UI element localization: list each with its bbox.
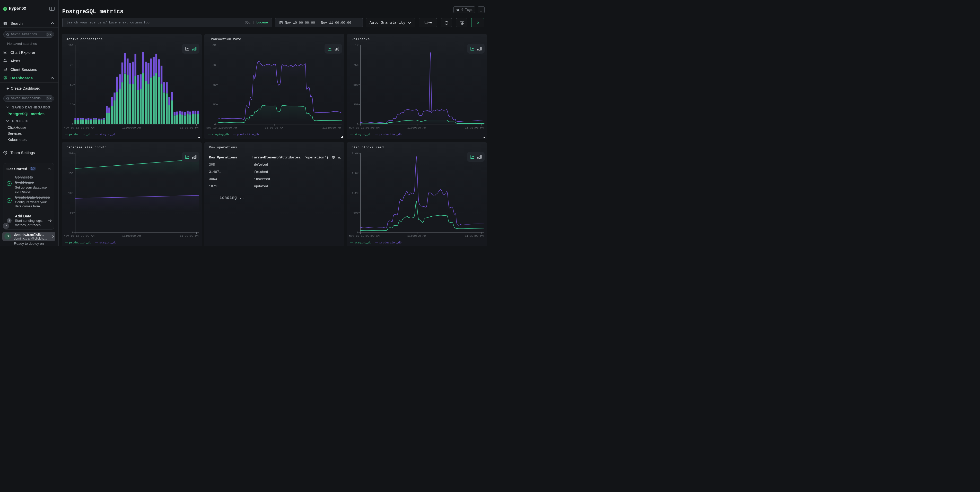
svg-text:11:00:00 AM: 11:00:00 AM: [265, 126, 283, 129]
svg-text:staging_db: staging_db: [355, 241, 371, 244]
svg-text:11:30:00 PM: 11:30:00 PM: [180, 126, 199, 129]
svg-text:11:30:00 PM: 11:30:00 PM: [465, 126, 484, 129]
svg-text:11:30:00 PM: 11:30:00 PM: [322, 126, 341, 129]
svg-text:1K: 1K: [355, 44, 359, 47]
svg-text:staging_db: staging_db: [355, 133, 371, 136]
svg-text:production_db: production_db: [69, 241, 91, 244]
svg-text:staging_db: staging_db: [212, 133, 229, 136]
svg-text:20B: 20B: [68, 152, 73, 155]
svg-text:750: 750: [353, 64, 358, 67]
svg-text:11:30:00 PM: 11:30:00 PM: [465, 235, 484, 238]
svg-text:0: 0: [72, 123, 73, 126]
svg-text:250: 250: [353, 103, 358, 106]
svg-text:staging_db: staging_db: [99, 241, 116, 244]
svg-text:1.8K: 1.8K: [352, 172, 359, 175]
svg-text:11:00:00 AM: 11:00:00 AM: [407, 235, 426, 238]
svg-text:production_db: production_db: [379, 241, 401, 244]
svg-text:100: 100: [68, 44, 73, 47]
svg-text:production_db: production_db: [237, 133, 259, 136]
svg-text:2.4K: 2.4K: [352, 152, 359, 155]
svg-text:production_db: production_db: [379, 133, 401, 136]
svg-text:25: 25: [70, 103, 73, 106]
svg-text:Nov 10 12:00:00 AM: Nov 10 12:00:00 AM: [64, 235, 94, 238]
svg-text:11:00:00 AM: 11:00:00 AM: [122, 126, 141, 129]
svg-text:0: 0: [357, 123, 358, 126]
svg-text:50: 50: [70, 83, 73, 86]
svg-text:6K: 6K: [213, 64, 216, 67]
svg-text:10B: 10B: [68, 192, 73, 195]
svg-text:1.2K: 1.2K: [352, 192, 359, 195]
svg-text:8K: 8K: [213, 44, 216, 47]
svg-text:Nov 10 12:00:00 AM: Nov 10 12:00:00 AM: [349, 235, 380, 238]
svg-text:500: 500: [353, 83, 358, 86]
svg-text:0: 0: [214, 123, 216, 126]
svg-text:2K: 2K: [213, 103, 216, 106]
svg-text:staging_db: staging_db: [99, 133, 116, 136]
svg-text:Nov 10 12:00:00 AM: Nov 10 12:00:00 AM: [349, 126, 380, 129]
svg-text:11:30:00 PM: 11:30:00 PM: [180, 235, 199, 238]
svg-text:4K: 4K: [213, 83, 216, 86]
svg-text:600: 600: [353, 211, 358, 214]
svg-text:production_db: production_db: [69, 133, 91, 136]
svg-text:5B: 5B: [70, 211, 73, 214]
svg-text:0: 0: [357, 231, 358, 234]
svg-text:15B: 15B: [68, 172, 73, 175]
svg-text:Nov 10 12:00:00 AM: Nov 10 12:00:00 AM: [64, 126, 94, 129]
svg-text:75: 75: [70, 64, 73, 67]
svg-text:11:00:00 AM: 11:00:00 AM: [122, 235, 141, 238]
svg-text:Nov 10 12:00:00 AM: Nov 10 12:00:00 AM: [207, 126, 237, 129]
svg-text:0: 0: [72, 231, 73, 234]
svg-text:11:00:00 AM: 11:00:00 AM: [407, 126, 426, 129]
